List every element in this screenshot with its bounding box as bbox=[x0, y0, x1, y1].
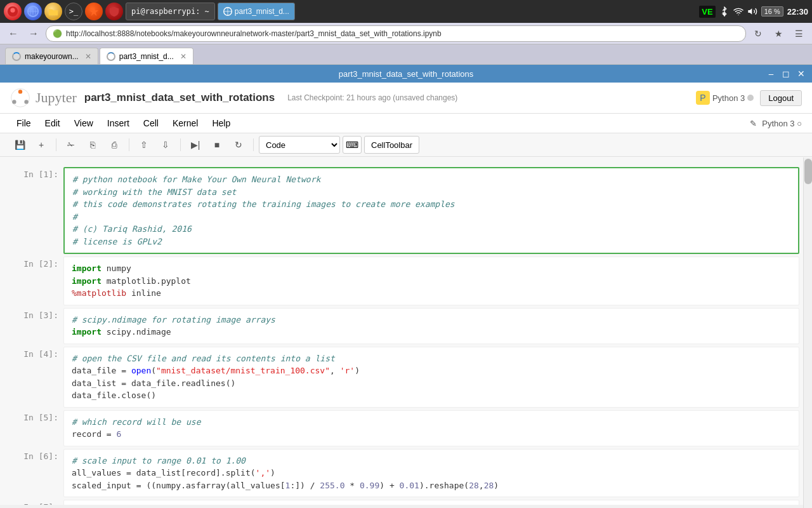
restart-button[interactable]: ↻ bbox=[229, 136, 248, 154]
url-text: http://localhost:8888/notebooks/makeyour… bbox=[66, 29, 442, 38]
settings-button[interactable]: ☰ bbox=[790, 25, 807, 42]
taskbar-icon-browser[interactable] bbox=[24, 3, 42, 20]
cell-type-select[interactable]: Code Markdown Raw NBConvert Heading bbox=[259, 136, 340, 154]
browser-bar: ← → 🟢 http://localhost:8888/notebooks/ma… bbox=[0, 23, 812, 44]
cell1-line5: # (c) Tariq Rashid, 2016 bbox=[72, 224, 192, 234]
url-bar[interactable]: 🟢 http://localhost:8888/notebooks/makeyo… bbox=[46, 25, 746, 42]
add-cell-button[interactable]: + bbox=[32, 136, 51, 154]
divider-2 bbox=[129, 138, 129, 151]
divider-1 bbox=[56, 138, 56, 151]
volume-icon bbox=[747, 6, 757, 17]
tab-close-2[interactable]: ✕ bbox=[180, 52, 187, 61]
celltoolbar-button[interactable]: CellToolbar bbox=[364, 136, 419, 154]
cell-2-label: In [2]: bbox=[13, 257, 63, 269]
jupyter-logo-icon bbox=[10, 88, 30, 108]
reload-button[interactable]: ↻ bbox=[750, 25, 766, 42]
move-down-button[interactable]: ⇩ bbox=[156, 136, 175, 154]
run-next-button[interactable]: ▶| bbox=[186, 136, 205, 154]
scrollbar-thumb[interactable] bbox=[804, 159, 812, 184]
taskbar-icon-folder[interactable] bbox=[44, 3, 62, 20]
cell-7-label: In [7]: bbox=[13, 500, 63, 505]
notebook-area: In [1]: # python notebook for Make Your … bbox=[0, 157, 812, 505]
taskbar-browser-tab[interactable]: part3_mnist_d... bbox=[218, 3, 295, 20]
cell-5-wrapper: In [5]: # which record will be use recor… bbox=[13, 410, 799, 446]
taskbar-icon-shield[interactable] bbox=[105, 3, 123, 20]
cell-7-content[interactable]: print(numpy.min(scaled_input)) bbox=[63, 500, 799, 505]
restore-button[interactable]: ◻ bbox=[780, 68, 792, 79]
svg-point-13 bbox=[12, 100, 16, 104]
paste-button[interactable]: ⎙ bbox=[105, 136, 124, 154]
cell-1-content[interactable]: # python notebook for Make Your Own Neur… bbox=[63, 167, 799, 254]
forward-button[interactable]: → bbox=[25, 25, 42, 42]
tab-label-2: part3_mnist_d... bbox=[119, 52, 174, 61]
checkpoint-text: Last Checkpoint: 21 hours ago (unsaved c… bbox=[287, 93, 457, 102]
menu-view[interactable]: View bbox=[68, 116, 100, 130]
cell-4-content[interactable]: # open the CSV file and read its content… bbox=[63, 347, 799, 408]
cell-1-label: In [1]: bbox=[13, 167, 63, 179]
menu-bar: File Edit View Insert Cell Kernel Help ✎… bbox=[0, 114, 812, 133]
tab-label-1: makeyourown... bbox=[25, 52, 79, 61]
jupyter-header: Jupyter part3_mnist_data_set_with_rotati… bbox=[0, 83, 812, 114]
cell-4-wrapper: In [4]: # open the CSV file and read its… bbox=[13, 347, 799, 408]
copy-button[interactable]: ⎘ bbox=[83, 136, 102, 154]
cell1-line6: # license is GPLv2 bbox=[72, 237, 162, 246]
toolbar: 💾 + ✁ ⎘ ⎙ ⇧ ⇩ ▶| ■ ↻ Code Markdown Raw N… bbox=[0, 133, 812, 157]
minimize-button[interactable]: ‒ bbox=[765, 68, 776, 79]
menu-help[interactable]: Help bbox=[206, 116, 237, 130]
svg-point-1 bbox=[10, 8, 15, 13]
window-controls: ‒ ◻ ✕ bbox=[765, 68, 807, 79]
cell-4-label: In [4]: bbox=[13, 347, 63, 359]
cell-2-wrapper: In [2]: import numpy import matplotlib.p… bbox=[13, 257, 799, 305]
menu-edit[interactable]: Edit bbox=[39, 116, 67, 130]
move-up-button[interactable]: ⇧ bbox=[134, 136, 154, 154]
taskbar-icon-star[interactable] bbox=[85, 3, 103, 20]
taskbar-icon-raspberry[interactable] bbox=[4, 3, 22, 20]
cell-3-content[interactable]: # scipy.ndimage for rotating image array… bbox=[63, 308, 799, 344]
back-button[interactable]: ← bbox=[5, 25, 22, 42]
tab-makeyourown[interactable]: makeyourown... ✕ bbox=[5, 48, 98, 64]
menu-file[interactable]: File bbox=[10, 116, 37, 130]
taskbar-right: VE 16 % 22:30 bbox=[699, 6, 808, 18]
cell-5-label: In [5]: bbox=[13, 410, 63, 422]
cell1-line1: # python notebook for Make Your Own Neur… bbox=[72, 175, 320, 184]
menu-cell[interactable]: Cell bbox=[137, 116, 165, 130]
ve-icon: VE bbox=[699, 6, 715, 18]
cell-3-wrapper: In [3]: # scipy.ndimage for rotating ima… bbox=[13, 308, 799, 344]
jupyter-logo: Jupyter bbox=[10, 88, 77, 108]
logout-button[interactable]: Logout bbox=[760, 90, 802, 106]
clock: 22:30 bbox=[787, 7, 808, 17]
menu-insert[interactable]: Insert bbox=[101, 116, 136, 130]
tab-close-1[interactable]: ✕ bbox=[85, 52, 91, 61]
menu-kernel[interactable]: Kernel bbox=[166, 116, 204, 130]
taskbar-icon-terminal[interactable]: >_ bbox=[65, 3, 82, 20]
notebook-name[interactable]: part3_mnist_data_set_with_rotations bbox=[84, 91, 275, 104]
tab-part3[interactable]: part3_mnist_d... ✕ bbox=[100, 48, 193, 64]
battery-indicator: 16 % bbox=[761, 6, 783, 17]
close-button[interactable]: ✕ bbox=[796, 68, 807, 79]
cell-5-content[interactable]: # which record will be use record = 6 bbox=[63, 410, 799, 446]
save-button[interactable]: 💾 bbox=[10, 136, 29, 154]
cell-2-content[interactable]: import numpy import matplotlib.pyplot %m… bbox=[63, 257, 799, 305]
taskbar-pi-label: pi@raspberrypi: ~ bbox=[131, 7, 209, 16]
svg-marker-6 bbox=[89, 7, 98, 16]
cell-7-wrapper: In [7]: print(numpy.min(scaled_input)) bbox=[13, 500, 799, 505]
divider-3 bbox=[180, 138, 181, 151]
bookmark-button[interactable]: ★ bbox=[770, 25, 787, 42]
taskbar-pi-terminal[interactable]: pi@raspberrypi: ~ bbox=[126, 3, 215, 20]
window-title: part3_mnist_data_set_with_rotations bbox=[339, 69, 473, 79]
cut-button[interactable]: ✁ bbox=[62, 136, 81, 154]
taskbar: >_ pi@raspberrypi: ~ part3_mnist_d... VE… bbox=[0, 0, 812, 23]
edit-icon[interactable]: ✎ bbox=[750, 119, 757, 128]
cell-6-wrapper: In [6]: # scale input to range 0.01 to 1… bbox=[13, 449, 799, 498]
scrollbar-track[interactable] bbox=[803, 157, 812, 508]
browser-tabs: makeyourown... ✕ part3_mnist_d... ✕ bbox=[0, 44, 812, 65]
cell-6-content[interactable]: # scale input to range 0.01 to 1.00 all_… bbox=[63, 449, 799, 498]
cell1-line3: # this code demonstrates rotating the tr… bbox=[72, 199, 455, 209]
keyboard-shortcuts-button[interactable]: ⌨ bbox=[343, 136, 362, 154]
jupyter-brand: Jupyter bbox=[36, 90, 77, 106]
kernel-name: Python 3 bbox=[712, 93, 745, 103]
cell-3-label: In [3]: bbox=[13, 308, 63, 320]
stop-button[interactable]: ■ bbox=[207, 136, 226, 154]
kernel-status-dot bbox=[747, 95, 754, 101]
wifi-icon bbox=[733, 6, 743, 17]
